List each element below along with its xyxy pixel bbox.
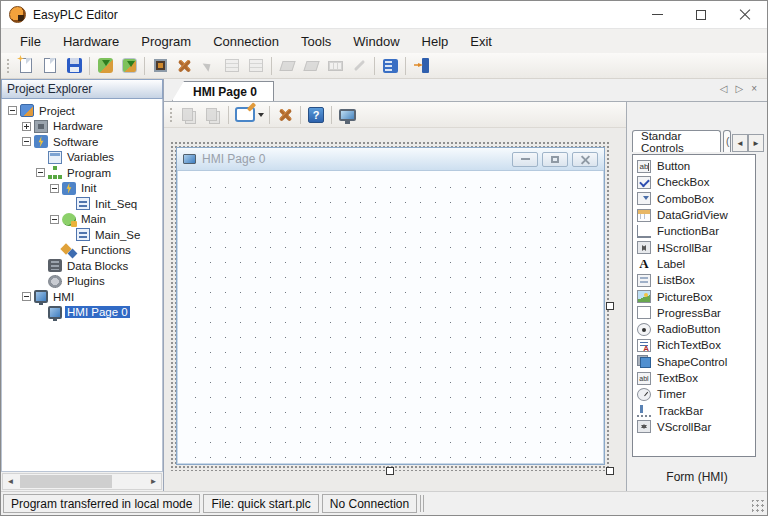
tree-item-main[interactable]: Main [2, 212, 162, 228]
delete-tool-button[interactable] [173, 55, 195, 77]
toolbox-item-richtextbox[interactable]: RichTextBox [633, 337, 755, 353]
toolbar-grip[interactable] [6, 58, 11, 74]
tab-scroll-left-icon[interactable]: ◁ [720, 83, 728, 94]
tree-item-variables[interactable]: Variables [2, 150, 162, 166]
paste-button[interactable] [202, 104, 224, 126]
minimize-button[interactable] [635, 1, 679, 28]
pointer-icon [203, 60, 214, 72]
eraser2-tool-button[interactable] [300, 55, 322, 77]
transfer-program-button[interactable] [94, 55, 116, 77]
collapse-icon[interactable] [8, 106, 17, 115]
exit-button[interactable] [410, 55, 432, 77]
edit-page-button[interactable] [233, 104, 265, 126]
toolbar-grip[interactable] [169, 107, 174, 123]
toolbox-item-button[interactable]: abButton [633, 158, 755, 174]
grid-icon [249, 59, 263, 72]
expand-icon[interactable] [22, 122, 31, 131]
tree-item-label: Variables [65, 151, 116, 163]
grid-tool-button[interactable] [221, 55, 243, 77]
notebook-button[interactable] [379, 55, 401, 77]
tree-item-init-seq[interactable]: Init_Seq [2, 196, 162, 212]
variables-icon [48, 151, 62, 164]
resize-handle-bottom-right[interactable] [606, 467, 614, 475]
toolbox-item-timer[interactable]: Timer [633, 386, 755, 402]
menu-item-hardware[interactable]: Hardware [52, 31, 130, 52]
tree-horizontal-scrollbar[interactable]: ◄ ► [2, 473, 162, 490]
pointer-tool-button[interactable] [197, 55, 219, 77]
toolbox-item-shapecontrol[interactable]: ShapeControl [633, 354, 755, 370]
toolbox-scroll-left-icon[interactable]: ◄ [732, 134, 748, 152]
scroll-right-icon[interactable]: ► [146, 477, 161, 486]
counter-tool-button[interactable] [324, 55, 346, 77]
resize-grip-icon[interactable] [752, 500, 765, 513]
toolbox-item-listbox[interactable]: ListBox [633, 272, 755, 288]
tree-item-project[interactable]: Project [2, 103, 162, 119]
toolbox-item-checkbox[interactable]: CheckBox [633, 174, 755, 190]
toolbar-separator [331, 106, 332, 124]
collapse-icon[interactable] [36, 168, 45, 177]
tab-hmi-page-0[interactable]: HMI Page 0 [172, 81, 274, 101]
tab-hidden-sliver[interactable]: ( [723, 130, 731, 152]
toolbox-item-functionbar[interactable]: FunctionBar [633, 223, 755, 239]
hardware-config-button[interactable] [149, 55, 171, 77]
eraser-tool-button[interactable] [276, 55, 298, 77]
toolbox-item-trackbar[interactable]: TrackBar [633, 402, 755, 418]
collapse-icon[interactable] [22, 137, 31, 146]
menu-item-tools[interactable]: Tools [290, 31, 342, 52]
menu-item-program[interactable]: Program [130, 31, 202, 52]
tab-close-icon[interactable]: × [751, 83, 757, 94]
menu-item-help[interactable]: Help [411, 31, 460, 52]
designer-canvas[interactable]: ? HMI Page 0 [164, 102, 626, 491]
resize-handle-bottom[interactable] [386, 467, 394, 475]
collapse-icon[interactable] [50, 215, 59, 224]
hmi-form-grid-surface[interactable] [181, 173, 600, 460]
close-button[interactable] [723, 1, 767, 28]
new-project-button[interactable] [15, 55, 37, 77]
tree-item-hardware[interactable]: Hardware [2, 119, 162, 135]
menu-item-file[interactable]: File [9, 31, 52, 52]
hmi-form[interactable]: HMI Page 0 [176, 147, 605, 465]
tree-item-program[interactable]: Program [2, 165, 162, 181]
open-project-button[interactable] [39, 55, 61, 77]
toolbox-item-radiobutton[interactable]: RadioButton [633, 321, 755, 337]
tree-item-main-se[interactable]: Main_Se [2, 227, 162, 243]
tab-standard-controls[interactable]: Standar Controls [632, 130, 721, 152]
tree-item-hmi-page-0[interactable]: HMI Page 0 [2, 305, 162, 321]
vscrollbar-control-icon [637, 420, 651, 433]
scrollbar-thumb[interactable] [20, 475, 112, 488]
help-button[interactable]: ? [305, 104, 327, 126]
save-project-button[interactable] [63, 55, 85, 77]
resize-handle-right[interactable] [606, 302, 614, 310]
toolbox-item-textbox[interactable]: ablTextBox [633, 370, 755, 386]
wand-tool-button[interactable] [348, 55, 370, 77]
toolbox-item-combobox[interactable]: ComboBox [633, 191, 755, 207]
tree-item-plugins[interactable]: Plugins [2, 274, 162, 290]
toolbox-item-datagridview[interactable]: DataGridView [633, 207, 755, 223]
tree-item-label: Functions [79, 244, 133, 256]
menu-item-connection[interactable]: Connection [202, 31, 290, 52]
collapse-icon[interactable] [50, 184, 59, 193]
maximize-button[interactable] [679, 1, 723, 28]
delete-page-button[interactable] [274, 104, 296, 126]
transfer-file-button[interactable] [118, 55, 140, 77]
tab-scroll-right-icon[interactable]: ▷ [735, 83, 743, 94]
tree-item-init[interactable]: Init [2, 181, 162, 197]
toolbar-separator [144, 57, 145, 75]
copy-button[interactable] [178, 104, 200, 126]
grid2-tool-button[interactable] [245, 55, 267, 77]
tree-item-hmi[interactable]: HMI [2, 289, 162, 305]
toolbox-item-hscrollbar[interactable]: HScrollBar [633, 239, 755, 255]
menu-item-window[interactable]: Window [342, 31, 410, 52]
scroll-left-icon[interactable]: ◄ [3, 477, 18, 486]
tree-item-functions[interactable]: Functions [2, 243, 162, 259]
collapse-icon[interactable] [22, 292, 31, 301]
tree-item-data-blocks[interactable]: Data Blocks [2, 258, 162, 274]
toolbox-item-vscrollbar[interactable]: VScrollBar [633, 419, 755, 435]
toolbox-item-progressbar[interactable]: ProgressBar [633, 305, 755, 321]
tree-item-software[interactable]: Software [2, 134, 162, 150]
preview-hmi-button[interactable] [336, 104, 358, 126]
toolbox-item-label[interactable]: ALabel [633, 256, 755, 272]
toolbox-item-picturebox[interactable]: PictureBox [633, 288, 755, 304]
toolbox-scroll-right-icon[interactable]: ► [748, 134, 764, 152]
menu-item-exit[interactable]: Exit [459, 31, 503, 52]
